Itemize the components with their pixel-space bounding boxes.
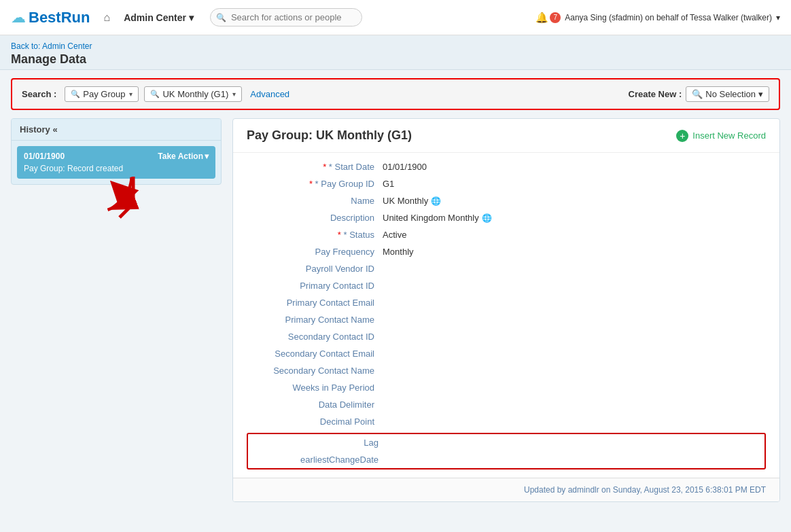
history-header: History « xyxy=(12,119,221,141)
field-row-secondary-contact-email: Secondary Contact Email xyxy=(247,345,766,362)
insert-icon: + xyxy=(676,130,688,142)
pay-group-caret: ▾ xyxy=(129,90,133,98)
insert-label: Insert New Record xyxy=(692,130,766,141)
field-row-primary-contact-id: Primary Contact ID xyxy=(247,277,766,294)
field-label: Decimal Point xyxy=(247,416,383,427)
take-action-button[interactable]: Take Action ▾ xyxy=(158,152,209,161)
field-label: Secondary Contact ID xyxy=(247,332,383,342)
logo: ☁ BestRun xyxy=(11,9,90,26)
create-new-area: Create New : 🔍 No Selection ▾ xyxy=(629,86,769,102)
field-row-primary-contact-email: Primary Contact Email xyxy=(247,294,766,311)
search-bar: Search : 🔍 Pay Group ▾ 🔍 UK Monthly (G1)… xyxy=(11,78,780,110)
global-search[interactable]: 🔍 xyxy=(210,8,362,26)
field-row-weeks-in-pay-period: Weeks in Pay Period xyxy=(247,379,766,396)
field-label: Name xyxy=(247,196,383,206)
field-label: * Pay Group ID xyxy=(247,179,383,189)
field-label: Lag xyxy=(251,438,387,448)
take-action-label: Take Action xyxy=(158,152,203,161)
insert-new-record-button[interactable]: + Insert New Record xyxy=(676,130,766,142)
field-value: 01/01/1900 xyxy=(383,162,427,172)
search-icon-dd2: 🔍 xyxy=(150,90,160,99)
uk-monthly-caret: ▾ xyxy=(232,90,236,98)
translate-icon[interactable]: 🌐 xyxy=(482,213,492,223)
field-label: Primary Contact ID xyxy=(247,281,383,291)
field-label: Pay Frequency xyxy=(247,247,383,257)
field-value: United Kingdom Monthly xyxy=(383,213,479,223)
search-input[interactable] xyxy=(210,8,362,26)
notification-badge: 7 xyxy=(550,12,561,23)
logo-text: BestRun xyxy=(29,9,90,26)
field-label: earliestChangeDate xyxy=(251,455,387,465)
pay-group-value: Pay Group xyxy=(83,89,125,99)
field-row-name: NameUK Monthly🌐 xyxy=(247,192,766,209)
header: ☁ BestRun ⌂ Admin Center ▾ 🔍 🔔 7 Aanya S… xyxy=(0,0,791,35)
field-label: Secondary Contact Name xyxy=(247,366,383,376)
form-table: * Start Date01/01/1900* Pay Group IDG1Na… xyxy=(233,153,779,478)
no-selection-value: No Selection xyxy=(705,89,756,99)
admin-center-menu[interactable]: Admin Center ▾ xyxy=(124,12,194,23)
content-header: Pay Group: UK Monthly (G1) + Insert New … xyxy=(233,119,779,153)
sub-header: Back to: Admin Center Manage Data xyxy=(0,35,791,70)
user-label: Aanya Sing (sfadmin) on behalf of Tessa … xyxy=(565,13,772,22)
field-label: Primary Contact Name xyxy=(247,315,383,325)
translate-icon[interactable]: 🌐 xyxy=(431,196,441,206)
field-row-secondary-contact-id: Secondary Contact ID xyxy=(247,328,766,345)
pay-group-dropdown[interactable]: 🔍 Pay Group ▾ xyxy=(65,86,139,102)
field-label: Payroll Vendor ID xyxy=(247,264,383,274)
field-value: Monthly xyxy=(383,247,414,257)
field-row-status: * StatusActive xyxy=(247,226,766,243)
admin-center-caret: ▾ xyxy=(189,12,194,23)
take-action-caret: ▾ xyxy=(205,152,209,161)
user-menu[interactable]: 🔔 7 Aanya Sing (sfadmin) on behalf of Te… xyxy=(535,12,780,24)
page-title: Manage Data xyxy=(11,52,780,67)
field-row-start-date: * Start Date01/01/1900 xyxy=(247,158,766,175)
field-value: Active xyxy=(383,230,406,240)
field-label: Primary Contact Email xyxy=(247,298,383,308)
field-row-pay-frequency: Pay FrequencyMonthly xyxy=(247,243,766,260)
field-row-lag: Lag xyxy=(251,434,762,451)
red-arrow-curved xyxy=(79,171,160,219)
field-label: Data Delimiter xyxy=(247,400,383,410)
field-row-primary-contact-name: Primary Contact Name xyxy=(247,311,766,328)
back-link[interactable]: Back to: Admin Center xyxy=(11,41,92,51)
no-selection-dropdown[interactable]: 🔍 No Selection ▾ xyxy=(686,86,769,102)
content-title: Pay Group: UK Monthly (G1) xyxy=(247,128,412,143)
field-row-secondary-contact-name: Secondary Contact Name xyxy=(247,362,766,379)
admin-center-label: Admin Center xyxy=(124,12,186,23)
field-label: Description xyxy=(247,213,383,223)
field-row-decimal-point: Decimal Point xyxy=(247,413,766,430)
field-value: G1 xyxy=(383,179,394,189)
search-icon: 🔍 xyxy=(216,13,226,22)
search-icon-dd1: 🔍 xyxy=(71,90,80,99)
footer-bar: Updated by admindlr on Sunday, August 23… xyxy=(233,478,779,501)
bell-icon[interactable]: 🔔 xyxy=(535,12,548,24)
field-value: UK Monthly xyxy=(383,196,428,206)
history-date: 01/01/1900 xyxy=(24,152,65,161)
field-row-data-delimiter: Data Delimiter xyxy=(247,396,766,413)
content-panel: Pay Group: UK Monthly (G1) + Insert New … xyxy=(232,118,780,502)
user-caret: ▾ xyxy=(776,13,780,22)
uk-monthly-dropdown[interactable]: 🔍 UK Monthly (G1) ▾ xyxy=(144,86,242,102)
field-label: * Start Date xyxy=(247,162,383,172)
field-row-pay-group-id: * Pay Group IDG1 xyxy=(247,175,766,192)
uk-monthly-value: UK Monthly (G1) xyxy=(162,89,228,99)
field-label: * Status xyxy=(247,230,383,240)
field-row-payroll-vendor-id: Payroll Vendor ID xyxy=(247,260,766,277)
main-area: History « 01/01/1900 Take Action ▾ Pay G… xyxy=(0,118,791,513)
no-selection-caret: ▾ xyxy=(758,89,763,99)
field-row-description: DescriptionUnited Kingdom Monthly🌐 xyxy=(247,209,766,226)
field-label: Weeks in Pay Period xyxy=(247,383,383,393)
search-label: Search : xyxy=(22,89,56,99)
advanced-link[interactable]: Advanced xyxy=(250,89,289,99)
create-new-label: Create New : xyxy=(629,89,682,99)
logo-cloud-icon: ☁ xyxy=(11,9,26,26)
field-row-earliestchangedate: earliestChangeDate xyxy=(251,451,762,468)
home-icon[interactable]: ⌂ xyxy=(101,9,113,26)
no-selection-icon: 🔍 xyxy=(692,89,703,99)
field-label: Secondary Contact Email xyxy=(247,349,383,359)
